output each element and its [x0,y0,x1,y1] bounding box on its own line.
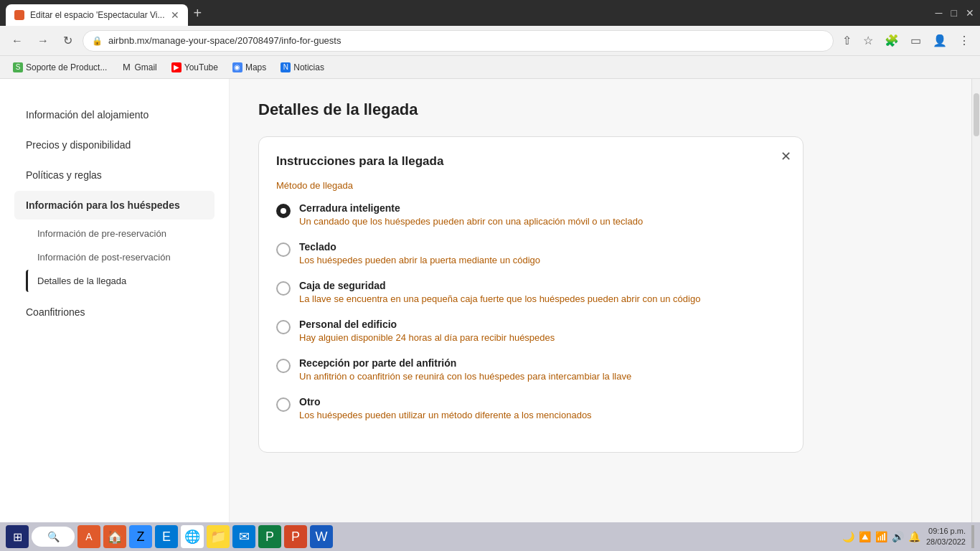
taskbar-system-icons: 🌙 🔼 📶 🔊 🔔 [842,531,920,542]
star-icon[interactable]: ☆ [860,31,876,50]
notification-icon: 🔔 [908,531,920,542]
taskbar-search[interactable]: 🔍 [32,527,75,547]
radio-teclado-circle [276,242,291,257]
start-button[interactable]: ⊞ [6,525,29,548]
taskbar-app-mail[interactable]: ✉ [232,525,255,548]
time-display: 09:16 p.m. [926,526,966,537]
radio-teclado-label: Teclado [299,241,540,253]
radio-teclado-content: Teclado Los huéspedes pueden abrir la pu… [299,241,540,265]
radio-caja-desc: La llave se encuentra en una pequeña caj… [299,293,700,304]
radio-option-recepcion[interactable]: Recepción por parte del anfitrión Un anf… [276,357,786,382]
taskbar-right: 🌙 🔼 📶 🔊 🔔 09:16 p.m. 28/03/2022 [842,525,974,548]
sidebar-label-precios: Precios y disponibilidad [26,139,131,151]
bookmark-gmail[interactable]: M Gmail [116,60,162,75]
radio-otro-circle [276,397,291,412]
radio-otro-desc: Los huéspedes pueden utilizar un método … [299,410,592,420]
bookmark-youtube[interactable]: ▶ YouTube [166,60,224,75]
taskbar-app-app2[interactable]: 🏠 [103,525,126,548]
radio-cerradura-desc: Un candado que los huéspedes pueden abri… [299,216,643,227]
page-title: Detalles de la llegada [258,100,943,119]
restore-button[interactable]: □ [951,7,957,19]
radio-otro-content: Otro Los huéspedes pueden utilizar un mé… [299,396,592,420]
taskbar-app-zoom[interactable]: Z [129,525,152,548]
taskbar-app-chrome[interactable]: 🌐 [181,525,204,548]
address-bar[interactable]: 🔒 airbnb.mx/manage-your-space/20708497/i… [83,30,834,52]
section-label: Método de llegada [276,180,786,191]
moon-icon: 🌙 [842,531,854,542]
radio-caja-label: Caja de seguridad [299,280,700,291]
radio-cerradura-content: Cerradura inteligente Un candado que los… [299,202,643,227]
sidebar-item-precios[interactable]: Precios y disponibilidad [14,131,215,159]
taskbar-app-edge[interactable]: E [155,525,178,548]
radio-personal-content: Personal del edificio Hay alguien dispon… [299,319,555,343]
radio-personal-desc: Hay alguien disponible 24 horas al día p… [299,332,555,343]
close-button[interactable]: ✕ [966,7,974,19]
radio-cerradura-circle [276,204,291,218]
radio-recepcion-label: Recepción por parte del anfitrión [299,357,631,369]
tab-close-button[interactable]: ✕ [171,9,179,21]
sidebar-item-politicas[interactable]: Políticas y reglas [14,161,215,189]
tab-bar: Editar el espacio 'Espectacular Vi... ✕ … [6,0,930,26]
menu-icon[interactable]: ⋮ [956,31,973,50]
radio-caja-content: Caja de seguridad La llave se encuentra … [299,280,700,304]
modal-card: Instrucciones para la llegada ✕ Método d… [258,136,804,453]
sidebar-item-huespedes[interactable]: Información para los huéspedes [14,191,215,220]
sidebar-item-coanfitriones[interactable]: Coanfitriones [14,298,215,326]
bookmark-soporte[interactable]: S Soporte de Product... [7,60,113,75]
taskbar-app-powerpoint[interactable]: P [284,525,307,548]
network-icon: 🔼 [859,531,871,542]
radio-option-personal[interactable]: Personal del edificio Hay alguien dispon… [276,319,786,343]
sidebar-label-alojamiento: Información del alojamiento [26,109,149,121]
radio-option-caja[interactable]: Caja de seguridad La llave se encuentra … [276,280,786,304]
forward-button[interactable]: → [33,32,53,50]
sidebar-sub-detalles-llegada[interactable]: Detalles de la llegada [26,270,215,292]
radio-personal-label: Personal del edificio [299,319,555,330]
radio-option-otro[interactable]: Otro Los huéspedes pueden utilizar un mé… [276,396,786,420]
main-content: Detalles de la llegada Instrucciones par… [230,79,971,522]
maps-icon: ◉ [232,62,242,72]
taskbar-app-files[interactable]: 📁 [207,525,230,548]
radio-otro-label: Otro [299,396,592,408]
page-wrapper: Información del alojamiento Precios y di… [0,79,980,522]
taskbar: ⊞ 🔍 A 🏠 Z E 🌐 📁 ✉ P P W 🌙 🔼 📶 🔊 🔔 09:16 … [0,522,980,551]
window-controls: ─ □ ✕ [936,7,974,19]
radio-recepcion-desc: Un anfitrión o coanfitrión se reunirá co… [299,371,631,382]
back-button[interactable]: ← [7,32,27,50]
soporte-icon: S [13,62,23,72]
active-tab[interactable]: Editar el espacio 'Espectacular Vi... ✕ [6,4,188,26]
url-text: airbnb.mx/manage-your-space/20708497/inf… [108,35,341,46]
taskbar-app-airbnb[interactable]: A [77,525,100,548]
refresh-button[interactable]: ↻ [59,31,77,50]
radio-option-teclado[interactable]: Teclado Los huéspedes pueden abrir la pu… [276,241,786,265]
radio-personal-circle [276,320,291,334]
noticias-label: Noticias [293,62,324,72]
taskbar-app-word[interactable]: W [310,525,333,548]
extensions-icon[interactable]: 🧩 [882,31,902,50]
bookmark-maps[interactable]: ◉ Maps [227,60,272,75]
sidebar: Información del alojamiento Precios y di… [0,79,230,522]
taskbar-app-publisher[interactable]: P [258,525,281,548]
volume-icon: 🔊 [892,531,904,542]
lock-icon: 🔒 [92,36,103,46]
sidebar-item-alojamiento[interactable]: Información del alojamiento [14,100,215,129]
desktop-button[interactable] [971,525,974,548]
sidebar-sub-pre-reservacion[interactable]: Información de pre-reservación [26,222,215,245]
maps-label: Maps [245,62,266,72]
modal-title: Instrucciones para la llegada [276,154,786,169]
toolbar-icons: ⇧ ☆ 🧩 ▭ 👤 ⋮ [839,31,973,50]
sidebar-sub-post-reservacion[interactable]: Información de post-reservación [26,246,215,268]
tab-title: Editar el espacio 'Espectacular Vi... [30,10,165,20]
scrollbar[interactable] [971,79,980,522]
bookmark-noticias[interactable]: N Noticias [275,60,330,75]
bookmarks-bar: S Soporte de Product... M Gmail ▶ YouTub… [0,56,980,79]
profile-icon[interactable]: 👤 [930,31,950,50]
date-display: 28/03/2022 [926,537,966,547]
share-icon[interactable]: ⇧ [839,31,854,50]
browser-titlebar: Editar el espacio 'Espectacular Vi... ✕ … [0,0,980,26]
modal-close-button[interactable]: ✕ [781,149,791,164]
radio-option-cerradura[interactable]: Cerradura inteligente Un candado que los… [276,202,786,227]
new-tab-button[interactable]: + [188,5,208,22]
minimize-button[interactable]: ─ [936,7,943,19]
sidebar-toggle-icon[interactable]: ▭ [908,31,924,50]
scroll-thumb[interactable] [974,93,979,136]
